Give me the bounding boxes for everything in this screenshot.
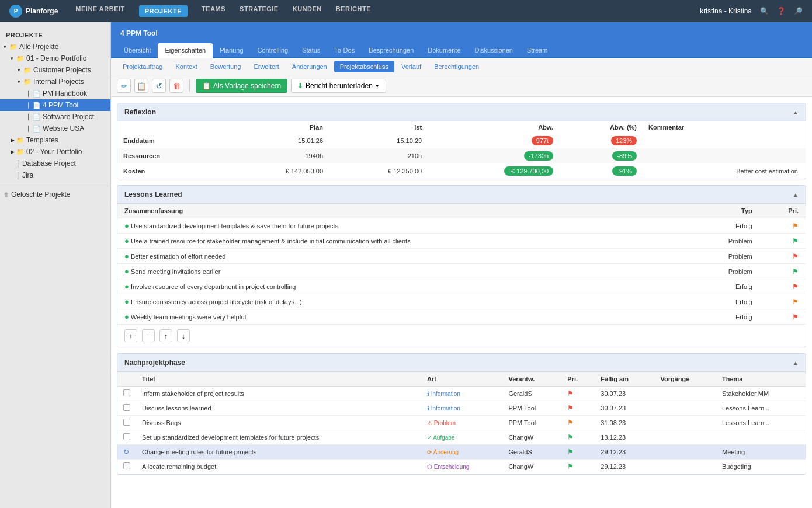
undo-button[interactable]: ↺ [152, 79, 166, 93]
tab-uebersicht[interactable]: Übersicht [117, 43, 158, 58]
sidebar-item-customer-projects[interactable]: ▾ 📁 Customer Projects [0, 64, 110, 76]
tab-controlling[interactable]: Controlling [251, 43, 296, 58]
sub-tab-verlauf[interactable]: Verlauf [395, 61, 427, 72]
sub-tab-projektauftrag[interactable]: Projektauftrag [117, 61, 168, 72]
sidebar-item-deleted[interactable]: 🗑 Gelöschte Projekte [0, 189, 110, 200]
nachprojektphase-collapse-btn[interactable]: ▲ [793, 360, 799, 366]
ll-summary: ● Better estimation of effort needed [117, 249, 687, 264]
row-priority: ⚑ [561, 401, 595, 416]
move-up-button[interactable]: ↑ [159, 329, 172, 342]
add-lesson-button[interactable]: + [124, 329, 137, 342]
priority-icon: ⚑ [567, 389, 574, 398]
sidebar-item-4-ppm-tool[interactable]: │ 📄 4 PPM Tool [0, 99, 110, 111]
ll-summary: ● Ensure consistency across project life… [117, 294, 687, 309]
checkbox-icon[interactable] [123, 433, 130, 440]
nav-berichte[interactable]: BERICHTE [336, 5, 371, 17]
row-abw-pct: -91% [559, 163, 643, 179]
sidebar-item-templates[interactable]: ▶ 📁 Templates [0, 134, 110, 146]
nav-projekte[interactable]: PROJEKTE [139, 5, 188, 17]
status-icon: ● [124, 221, 129, 230]
table-row: Enddatum 15.01.26 15.10.29 977t 123% [117, 133, 806, 148]
tab-stream[interactable]: Stream [520, 43, 554, 58]
row-checkbox[interactable] [117, 387, 136, 401]
row-checkbox[interactable] [117, 401, 136, 416]
help-icon[interactable]: ❓ [777, 7, 786, 15]
logo[interactable]: P Planforge [9, 5, 58, 18]
row-ist: € 12.350,00 [329, 163, 428, 179]
row-plan: 1940h [223, 148, 329, 163]
tab-status[interactable]: Status [295, 43, 327, 58]
save-as-template-button[interactable]: 📋 Als Vorlage speichern [196, 79, 287, 93]
tab-diskussionen[interactable]: Diskussionen [468, 43, 520, 58]
sidebar-item-jira[interactable]: │ Jira [0, 169, 110, 181]
layout: PROJEKTE ▾ 📁 Alle Projekte ▾ 📁 01 - Demo… [0, 22, 812, 508]
col-checkbox [117, 372, 136, 387]
edit-button[interactable]: ✏ [117, 79, 131, 93]
reflexion-title: Reflexion [124, 108, 156, 116]
reflexion-section: Reflexion ▲ Plan Ist Abw. Abw. (%) K [117, 103, 806, 179]
sidebar-divider [0, 185, 110, 185]
nav-strategie[interactable]: STRATEGIE [240, 5, 279, 17]
art-badge: ℹ Information [427, 405, 460, 412]
download-report-button[interactable]: ⬇ Bericht herunterladen ▼ [291, 79, 386, 93]
table-row: Set up standardized development template… [117, 430, 806, 445]
row-checkbox[interactable] [117, 416, 136, 430]
sidebar-item-alle-projekte[interactable]: ▾ 📁 Alle Projekte [0, 41, 110, 53]
checkbox-icon[interactable] [123, 419, 130, 426]
checkbox-icon[interactable] [123, 462, 130, 469]
sub-tab-kontext[interactable]: Kontext [169, 61, 203, 72]
ll-priority: ⚑ [759, 218, 806, 234]
content-area: Reflexion ▲ Plan Ist Abw. Abw. (%) K [111, 103, 812, 475]
user-label[interactable]: kristina - Kristina [700, 7, 752, 15]
col-header-abw-pct: Abw. (%) [559, 121, 643, 133]
sub-tab-berechtigungen[interactable]: Berechtigungen [428, 61, 485, 72]
reflexion-collapse-btn[interactable]: ▲ [793, 109, 799, 116]
sidebar-item-your-portfolio[interactable]: ▶ 📁 02 - Your Portfolio [0, 146, 110, 158]
lessons-learned-collapse-btn[interactable]: ▲ [793, 192, 799, 198]
sub-tab-bar: Projektauftrag Kontext Bewertung Erweite… [111, 58, 812, 75]
remove-lesson-button[interactable]: − [142, 329, 155, 342]
search-icon[interactable]: 🔍 [760, 7, 769, 15]
row-checkbox[interactable] [117, 430, 136, 445]
col-header-abw: Abw. [428, 121, 559, 133]
row-checkbox[interactable]: ↻ [117, 445, 136, 460]
sidebar-item-pm-handbook[interactable]: │ 📄 PM Handbook [0, 88, 110, 99]
move-down-button[interactable]: ↓ [177, 329, 190, 342]
tab-eigenschaften[interactable]: Eigenschaften [158, 43, 213, 58]
sidebar-item-internal-projects[interactable]: ▾ 📁 Internal Projects [0, 76, 110, 88]
delete-button[interactable]: 🗑 [169, 79, 183, 93]
sub-tab-bewertung[interactable]: Bewertung [204, 61, 247, 72]
checkbox-icon[interactable] [123, 404, 130, 411]
row-vorgaenge [654, 401, 716, 416]
settings-icon[interactable]: 🔎 [794, 7, 803, 15]
nav-kunden[interactable]: KUNDEN [293, 5, 322, 17]
ll-typ: Erfolg [687, 309, 759, 325]
sub-tab-projektabschluss[interactable]: Projektabschluss [334, 61, 394, 72]
nav-meine-arbeit[interactable]: MEINE ARBEIT [75, 5, 124, 17]
tab-planung[interactable]: Planung [213, 43, 250, 58]
copy-button[interactable]: 📋 [134, 79, 148, 93]
sidebar-item-database-project[interactable]: │ Database Project [0, 158, 110, 169]
sidebar-item-software-project[interactable]: │ 📄 Software Project [0, 111, 110, 123]
ll-priority: ⚑ [759, 309, 806, 325]
col-vorgaenge: Vorgänge [654, 372, 716, 387]
row-checkbox[interactable] [117, 460, 136, 474]
row-verantw: ChangW [502, 430, 561, 445]
tab-besprechungen[interactable]: Besprechungen [362, 43, 421, 58]
sidebar-item-website-usa[interactable]: │ 📄 Website USA [0, 123, 110, 134]
nav-teams[interactable]: TEAMS [202, 5, 225, 17]
toggle-icon: ▶ [11, 149, 16, 155]
project-icon: 📄 [33, 125, 41, 133]
ll-priority: ⚑ [759, 279, 806, 294]
tab-dokumente[interactable]: Dokumente [421, 43, 467, 58]
checkbox-icon[interactable] [123, 389, 130, 396]
sidebar-label-website-usa: Website USA [43, 124, 84, 133]
row-titel: Allocate remaining budget [136, 460, 421, 474]
sub-tab-aenderungen[interactable]: Änderungen [286, 61, 333, 72]
sub-tab-erweitert[interactable]: Erweitert [248, 61, 284, 72]
toggle-icon: │ [27, 126, 33, 131]
priority-icon: ⚑ [567, 448, 574, 456]
ll-summary: ● Send meeting invitations earlier [117, 264, 687, 279]
sidebar-item-demo-portfolio[interactable]: ▾ 📁 01 - Demo Portfolio [0, 53, 110, 64]
tab-todos[interactable]: To-Dos [327, 43, 362, 58]
